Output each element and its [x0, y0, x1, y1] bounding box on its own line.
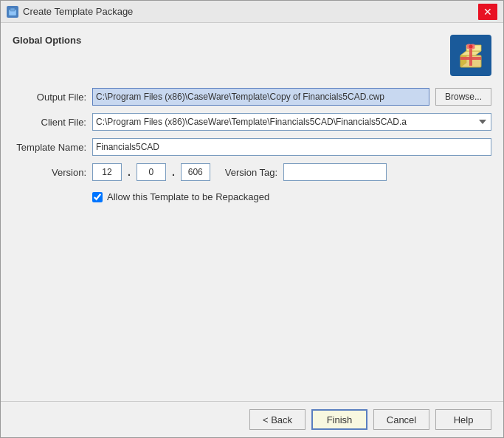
svg-point-10	[469, 45, 473, 49]
client-file-row: Client File: C:\Program Files (x86)\Case…	[13, 113, 491, 131]
template-name-row: Template Name:	[13, 138, 491, 156]
output-file-input[interactable]	[92, 88, 429, 106]
bottom-bar: < Back Finish Cancel Help	[1, 401, 503, 437]
version-tag-label: Version Tag:	[225, 167, 277, 178]
template-name-input[interactable]	[92, 138, 491, 156]
version-row: Version: . . Version Tag:	[13, 163, 491, 181]
svg-rect-1	[10, 8, 15, 11]
version-tag-input[interactable]	[283, 163, 387, 181]
main-window: Create Template Package ✕ Global Options	[0, 0, 504, 438]
browse-button[interactable]: Browse...	[435, 88, 491, 106]
back-button[interactable]: < Back	[249, 409, 305, 430]
help-button[interactable]: Help	[435, 409, 491, 430]
svg-rect-7	[460, 57, 481, 60]
content-area: Global Options	[1, 23, 503, 401]
global-options-header: Global Options	[13, 35, 491, 76]
title-bar: Create Template Package ✕	[1, 1, 503, 23]
version-dot-1: .	[128, 166, 131, 178]
window-title: Create Template Package	[23, 6, 133, 17]
version-minor-input[interactable]	[137, 163, 166, 181]
form-area: Output File: Browse... Client File: C:\P…	[13, 88, 491, 239]
allow-repackage-label[interactable]: Allow this Template to be Repackaged	[107, 191, 269, 202]
version-patch-input[interactable]	[181, 163, 210, 181]
finish-button[interactable]: Finish	[311, 409, 367, 430]
close-button[interactable]: ✕	[478, 4, 497, 20]
allow-repackage-row: Allow this Template to be Repackaged	[92, 191, 491, 202]
cancel-button[interactable]: Cancel	[373, 409, 429, 430]
package-icon	[450, 35, 491, 76]
section-title: Global Options	[13, 35, 81, 46]
output-file-label: Output File:	[13, 92, 86, 103]
version-major-input[interactable]	[92, 163, 122, 181]
version-label: Version:	[13, 167, 86, 178]
template-name-label: Template Name:	[13, 142, 86, 153]
version-dot-2: .	[172, 166, 175, 178]
allow-repackage-checkbox[interactable]	[92, 192, 103, 202]
output-file-row: Output File: Browse...	[13, 88, 491, 106]
client-file-select[interactable]: C:\Program Files (x86)\CaseWare\Template…	[92, 113, 491, 131]
title-bar-left: Create Template Package	[7, 6, 133, 18]
window-icon	[7, 6, 18, 18]
client-file-label: Client File:	[13, 117, 86, 128]
spacer	[13, 239, 491, 389]
